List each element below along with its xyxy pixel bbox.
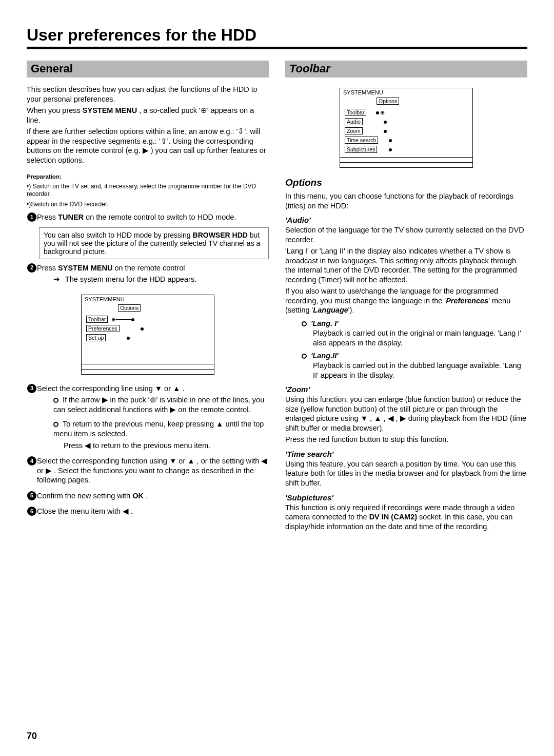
step-6: 6 Close the menu item with ◀ . [27,507,269,518]
step-2: 2 Press SYSTEM MENU on the remote contro… [27,263,269,286]
preparation-1: •) Switch on the TV set and, if necessar… [27,183,269,199]
page-title-bar: User preferences for the HDD [27,26,527,49]
right-column: Toolbar SYSTEMMENU Options Toolbar⊕ Audi… [285,61,527,533]
lang2-label: 'Lang.II' [311,352,339,360]
step-badge-3: 3 [27,384,36,393]
puck-icon: ⊕ [201,106,207,114]
puck-icon: ⊕ [111,316,116,322]
intro-1: This section describes how you can adjus… [27,85,269,104]
puck-icon: ⊕ [380,109,385,115]
options-intro: In this menu, you can choose functions f… [285,191,527,210]
systemmenu-diagram-left: SYSTEMMENU Options Toolbar⊕ Preferences … [81,295,214,375]
subpictures-heading: 'Subpictures' [285,493,527,502]
systemmenu-diagram-right: SYSTEMMENU Options Toolbar⊕ Audio Zoom T… [340,88,473,168]
hollow-bullet-icon [53,398,58,403]
step-badge-5: 5 [27,491,36,500]
intro-3: If there are further selection options w… [27,127,269,165]
page-number: 70 [27,731,37,742]
manual-page: User preferences for the HDD General Thi… [0,0,554,756]
step-badge-4: 4 [27,456,36,466]
hdd-mode-note: You can also switch to HDD mode by press… [39,227,269,259]
step-1: 1 Press TUNER on the remote control to s… [27,212,269,224]
page-title: User preferences for the HDD [27,26,527,45]
preparation-2: •)Switch on the DVD recorder. [27,201,269,208]
zoom-heading: 'Zoom' [285,385,527,394]
section-toolbar-head: Toolbar [285,61,527,77]
step-5: 5 Confirm the new setting with OK . [27,491,269,503]
step-badge-6: 6 [27,507,36,516]
arrow-icon: ➔ [53,275,60,283]
lang1-label: 'Lang. I' [311,319,339,327]
step-4: 4 Select the corresponding function usin… [27,456,269,487]
step-badge-2: 2 [27,263,36,273]
timesearch-heading: 'Time search' [285,450,527,458]
content-columns: General This section describes how you c… [27,61,527,533]
hollow-bullet-icon [302,321,307,326]
hollow-bullet-icon [53,422,58,427]
hollow-bullet-icon [302,354,307,359]
section-general-head: General [27,61,269,77]
options-heading: Options [285,177,527,188]
audio-heading: 'Audio' [285,216,527,224]
step-3: 3 Select the corresponding line using ▼ … [27,384,269,452]
left-column: General This section describes how you c… [27,61,269,533]
intro-2: When you press SYSTEM MENU , a so-called… [27,106,269,125]
step-badge-1: 1 [27,212,36,222]
preparation-label: Preparation: [27,173,269,181]
